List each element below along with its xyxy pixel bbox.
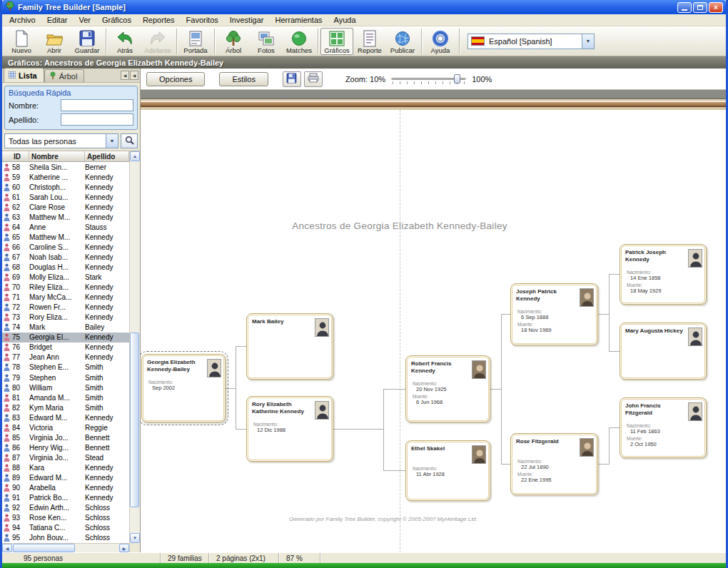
tree-node-mary[interactable]: Mary Augusta Hickey — [620, 323, 707, 380]
person-row-68[interactable]: 68Douglas H...Kennedy — [2, 262, 129, 272]
horizontal-scroll-thumb[interactable] — [13, 544, 75, 552]
person-row-81[interactable]: 81Amanda M...Smith — [2, 392, 129, 402]
atras-toolbar-button[interactable]: Atrás — [108, 28, 141, 55]
language-selector[interactable]: Español [Spanish] ▼ — [467, 34, 595, 49]
matches-toolbar-button[interactable]: Matches — [283, 28, 315, 55]
menu-item-archivo[interactable]: Archivo — [4, 15, 41, 25]
tree-node-georgia[interactable]: Georgia Elizabeth Kennedy-BaileyNacimien… — [141, 354, 226, 422]
person-row-67[interactable]: 67Noah Isab...Kennedy — [2, 252, 129, 262]
search-button[interactable] — [121, 133, 138, 148]
arbol-toolbar-button[interactable]: Árbol — [217, 28, 250, 55]
person-row-89[interactable]: 89Edward M...Kennedy — [2, 472, 129, 482]
abrir-toolbar-button[interactable]: Abrir — [38, 28, 71, 55]
close-button[interactable]: × — [709, 2, 723, 13]
person-row-62[interactable]: 62Clare RoseKennedy — [2, 202, 129, 212]
menu-item-reportes[interactable]: Reportes — [137, 15, 181, 25]
person-row-93[interactable]: 93Rose Ken...Schloss — [2, 513, 129, 523]
person-row-69[interactable]: 69Molly Eliza...Stark — [2, 273, 129, 283]
person-row-92[interactable]: 92Edwin Arth...Schloss — [2, 503, 129, 513]
zoom-slider-thumb[interactable] — [454, 74, 460, 83]
person-row-84[interactable]: 84VictoriaReggie — [2, 422, 129, 432]
person-row-85[interactable]: 85Virginia Jo...Bennett — [2, 432, 129, 442]
tree-node-ethel[interactable]: Ethel SkakelNacimiento:11 Abr 1928 — [405, 440, 490, 501]
person-row-80[interactable]: 80WilliamSmith — [2, 382, 129, 392]
person-row-73[interactable]: 73Rory Eliza...Kennedy — [2, 313, 129, 323]
tree-node-robert[interactable]: Robert Francis KennedyNacimiento:20 Nov … — [405, 355, 490, 422]
scroll-right-button[interactable]: ▶ — [119, 544, 129, 552]
language-dropdown-arrow-icon[interactable]: ▼ — [582, 34, 594, 49]
collapse-panel-button[interactable]: ◀ — [121, 71, 129, 80]
person-row-61[interactable]: 61Sarah Lou...Kennedy — [2, 192, 129, 202]
menu-item-ver[interactable]: Ver — [73, 15, 96, 25]
tree-node-rose[interactable]: Rose FitzgeraldNacimiento:22 Jul 1890Mue… — [510, 433, 598, 495]
vertical-scroll-track[interactable] — [130, 161, 140, 533]
title-bar[interactable]: Family Tree Builder [Sample] × — [2, 0, 726, 14]
person-row-79[interactable]: 79StephenSmith — [2, 372, 129, 382]
person-row-70[interactable]: 70Riley Eliza...Kennedy — [2, 283, 129, 293]
tree-node-john[interactable]: John Francis FitzgeraldNacimiento:11 Feb… — [620, 397, 707, 458]
person-row-76[interactable]: 76BridgetKennedy — [2, 343, 129, 353]
horizontal-scroll-track[interactable] — [12, 544, 119, 552]
save-chart-button[interactable] — [283, 71, 301, 87]
ayuda-toolbar-button[interactable]: Ayuda — [424, 28, 457, 55]
person-row-65[interactable]: 65Matthew M...Kennedy — [2, 232, 129, 242]
person-row-58[interactable]: 58Sheila Sin...Berner — [2, 162, 129, 172]
person-row-74[interactable]: 74MarkBailey — [2, 323, 129, 333]
person-row-66[interactable]: 66Caroline S...Kennedy — [2, 242, 129, 252]
name-input[interactable] — [61, 99, 133, 111]
column-header-nombre[interactable]: Nombre — [29, 151, 85, 161]
scroll-down-button[interactable]: ▼ — [130, 533, 140, 543]
vertical-scrollbar[interactable]: ▲ ▼ — [129, 151, 140, 552]
column-header-apellido[interactable]: Apellido — [85, 151, 129, 161]
tree-node-mark[interactable]: Mark Bailey — [246, 313, 333, 380]
publicar-toolbar-button[interactable]: Publicar — [386, 28, 419, 55]
menu-item-editar[interactable]: Editar — [41, 15, 74, 25]
options-button[interactable]: Opciones — [146, 72, 205, 86]
tab-arbol[interactable]: Árbol — [44, 69, 85, 82]
person-row-71[interactable]: 71Mary McCa...Kennedy — [2, 293, 129, 303]
reporte-toolbar-button[interactable]: Reporte — [353, 28, 386, 55]
horizontal-scrollbar[interactable]: ◀ ▶ — [2, 543, 129, 552]
portada-toolbar-button[interactable]: Portada — [179, 28, 212, 55]
column-header-id[interactable]: ID — [2, 151, 29, 161]
person-row-90[interactable]: 90ArabellaKennedy — [2, 483, 129, 493]
menu-item-herramientas[interactable]: Herramientas — [270, 15, 328, 25]
tab-lista[interactable]: Lista — [4, 68, 44, 82]
scroll-up-button[interactable]: ▲ — [130, 151, 140, 161]
person-filter-dropdown[interactable]: Todas las personas ▼ — [4, 133, 118, 148]
maximize-button[interactable] — [693, 2, 707, 13]
menu-item-ayuda[interactable]: Ayuda — [328, 15, 362, 25]
person-row-88[interactable]: 88KaraKennedy — [2, 462, 129, 472]
person-row-83[interactable]: 83Edward M...Kennedy — [2, 412, 129, 422]
tree-node-joseph[interactable]: Joseph Patrick KennedyNacimiento:6 Sep 1… — [510, 283, 598, 345]
fotos-toolbar-button[interactable]: Fotos — [250, 28, 283, 55]
menu-item-graficos[interactable]: Gráficos — [96, 15, 137, 25]
zoom-slider[interactable] — [391, 73, 466, 86]
person-row-60[interactable]: 60Christoph...Kennedy — [2, 182, 129, 192]
person-row-86[interactable]: 86Henry Wig...Bennett — [2, 442, 129, 452]
styles-button[interactable]: Estilos — [219, 72, 268, 86]
menu-item-investigar[interactable]: Investigar — [224, 15, 270, 25]
person-row-87[interactable]: 87Virginia Jo...Stead — [2, 452, 129, 462]
person-row-59[interactable]: 59Katherine ...Kennedy — [2, 172, 129, 182]
chart-viewport[interactable]: Ancestros de Georgia Elizabeth Kennedy-B… — [141, 90, 726, 552]
surname-input[interactable] — [61, 113, 133, 126]
dropdown-arrow-icon[interactable]: ▼ — [106, 134, 118, 148]
person-row-77[interactable]: 77Jean AnnKennedy — [2, 353, 129, 362]
guardar-toolbar-button[interactable]: Guardar — [71, 28, 103, 55]
person-row-72[interactable]: 72Rowen Fr...Kennedy — [2, 303, 129, 313]
scroll-left-button[interactable]: ◀ — [2, 544, 12, 552]
person-row-94[interactable]: 94Tatiana C...Schloss — [2, 523, 129, 533]
person-row-78[interactable]: 78Stephen E...Smith — [2, 362, 129, 372]
person-row-91[interactable]: 91Patrick Bo...Kennedy — [2, 493, 129, 503]
person-row-63[interactable]: 63Matthew M...Kennedy — [2, 212, 129, 222]
vertical-scroll-thumb[interactable] — [130, 333, 139, 507]
print-chart-button[interactable] — [304, 71, 323, 87]
graficos-toolbar-button[interactable]: Gráficos — [320, 28, 353, 55]
nuevo-toolbar-button[interactable]: Nuevo — [5, 28, 38, 55]
person-row-64[interactable]: 64AnneStauss — [2, 222, 129, 232]
menu-item-favoritos[interactable]: Favoritos — [181, 15, 224, 25]
tree-node-rory[interactable]: Rory Elizabeth Katherine KennedyNacimien… — [246, 396, 333, 462]
tree-node-patrick[interactable]: Patrick Joseph KennedyNacimiento:14 Ene … — [620, 244, 707, 305]
pin-panel-button[interactable]: ◀ — [130, 71, 138, 80]
